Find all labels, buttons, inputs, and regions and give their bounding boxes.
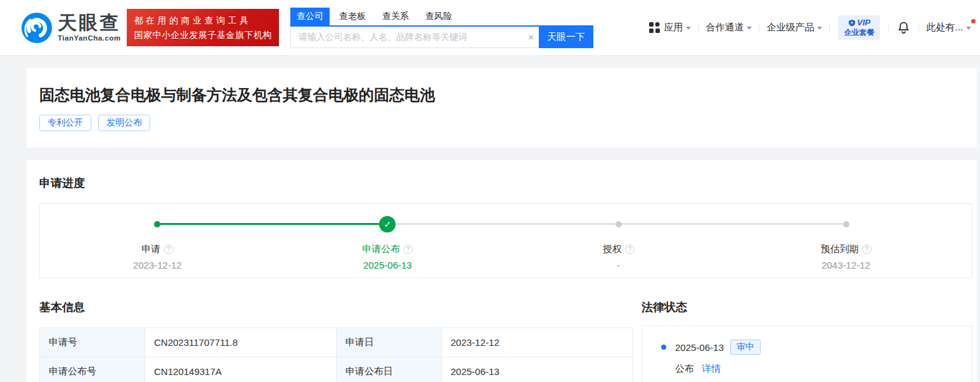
timeline-track-completed	[157, 223, 387, 225]
banner-line2: 国家中小企业发展子基金旗下机构	[134, 28, 272, 42]
divider	[888, 23, 889, 32]
bullet-dot-icon	[661, 345, 666, 350]
step-label: 预估到期	[821, 243, 859, 255]
tab-boss[interactable]: 查老板	[333, 8, 371, 25]
vip-sub-label: 企业套餐	[844, 28, 874, 37]
cell-label: 申请日	[337, 328, 442, 357]
chevron-down-icon	[686, 27, 691, 30]
cell-value: CN120149317A	[145, 357, 337, 382]
timeline-step-grant: 授权 ? -	[603, 243, 635, 271]
step-date: 2023-12-12	[133, 260, 182, 271]
nav-enterprise-products[interactable]: 企业级产品	[766, 22, 822, 34]
table-row: 申请公布号 CN120149317A 申请公布日 2025-06-13	[40, 357, 633, 382]
cell-label: 申请号	[40, 328, 145, 357]
notification-bell-icon[interactable]	[897, 21, 910, 34]
nav-more-label: 此处有...	[926, 22, 963, 34]
step-date: -	[603, 260, 635, 271]
divider	[919, 23, 919, 32]
search-button[interactable]: 天眼一下	[539, 27, 593, 48]
tianyancha-logo[interactable]: 天眼查 TianYanCha.com	[22, 13, 120, 43]
legal-date: 2025-06-13	[675, 342, 724, 353]
timeline-step-publication: 申请公布 ? 2025-06-13	[362, 243, 413, 271]
tag-patent-publication[interactable]: 专利公开	[39, 115, 91, 131]
tab-relation[interactable]: 查关系	[377, 8, 415, 25]
cell-value: CN202311707711.8	[145, 328, 337, 357]
header-nav: 应用 合作通道 企业级产品 VIP 企业套餐	[649, 15, 971, 40]
patent-title-card: 固态电池复合电极与制备方法及包含其复合电极的固态电池 专利公开 发明公布	[27, 68, 977, 148]
banner-line1: 都在用的商业查询工具	[134, 13, 272, 27]
legal-status-section: 法律状态 2025-06-13 审中 公布 详情	[642, 300, 972, 382]
detail-link[interactable]: 详情	[702, 363, 721, 374]
step-label: 申请公布	[362, 243, 400, 255]
timeline-step-expiry: 预估到期 ? 2043-12-12	[821, 243, 872, 271]
chevron-down-icon	[747, 27, 752, 30]
notification-red-dot	[971, 19, 976, 23]
help-icon[interactable]: ?	[862, 245, 872, 254]
patent-tags: 专利公开 发明公布	[39, 115, 964, 131]
tag-invention-publication[interactable]: 发明公布	[98, 115, 150, 131]
tianyancha-eye-icon	[22, 13, 52, 43]
search-area: 查公司 查老板 查关系 查风险 × 天眼一下	[290, 8, 593, 48]
vip-label: VIP	[857, 18, 870, 28]
nav-cooperation[interactable]: 合作通道	[706, 22, 752, 34]
legal-status-title: 法律状态	[642, 300, 972, 315]
nav-cooperation-label: 合作通道	[706, 22, 744, 34]
tab-company[interactable]: 查公司	[290, 8, 330, 25]
clear-icon[interactable]: ×	[528, 32, 534, 42]
divider	[829, 23, 830, 32]
search-tabs: 查公司 查老板 查关系 查风险	[290, 8, 593, 27]
cell-value: 2025-06-13	[442, 357, 633, 382]
nav-more[interactable]: 此处有...	[926, 22, 971, 34]
divider	[698, 23, 699, 32]
status-badge: 审中	[730, 340, 761, 355]
page-title: 固态电池复合电极与制备方法及包含其复合电极的固态电池	[39, 85, 964, 105]
cell-label: 申请公布号	[40, 357, 145, 382]
nav-apps[interactable]: 应用	[649, 22, 691, 34]
legal-event: 公布	[675, 363, 694, 374]
cell-label: 申请公布日	[337, 357, 442, 382]
help-icon[interactable]: ?	[164, 245, 173, 254]
brand-domain: TianYanCha.com	[58, 35, 120, 42]
legal-status-box: 2025-06-13 审中 公布 详情	[642, 326, 972, 382]
timeline-check-icon: ✓	[379, 216, 396, 232]
vip-package-button[interactable]: VIP 企业套餐	[838, 15, 880, 40]
timeline-dot-apply	[154, 221, 160, 227]
table-row: 申请号 CN202311707711.8 申请日 2023-12-12	[40, 328, 633, 357]
brand-name: 天眼查	[58, 13, 120, 32]
apps-grid-icon	[649, 22, 660, 33]
patent-detail-card: 申请进度 ✓ 申请 ? 2023-12-12 申请公布 ? 2025-06-13…	[27, 160, 977, 382]
step-date: 2025-06-13	[362, 260, 413, 271]
basic-info-section: 基本信息 申请号 CN202311707711.8 申请日 2023-12-12…	[39, 300, 633, 382]
help-icon[interactable]: ?	[403, 245, 413, 254]
timeline-step-apply: 申请 ? 2023-12-12	[133, 243, 182, 271]
promo-banner: 都在用的商业查询工具 国家中小企业发展子基金旗下机构	[127, 9, 279, 46]
step-label: 申请	[141, 243, 160, 255]
step-date: 2043-12-12	[821, 260, 872, 271]
nav-apps-label: 应用	[664, 22, 683, 34]
list-item: 2025-06-13 审中 公布 详情	[661, 340, 959, 375]
nav-enterprise-label: 企业级产品	[766, 22, 814, 34]
tab-risk[interactable]: 查风险	[420, 8, 458, 25]
divider	[759, 23, 759, 32]
help-icon[interactable]: ?	[625, 245, 635, 254]
basic-info-title: 基本信息	[39, 300, 633, 315]
application-progress-timeline: ✓ 申请 ? 2023-12-12 申请公布 ? 2025-06-13 授权 ?…	[39, 203, 972, 278]
timeline-dot-expiry	[843, 221, 849, 227]
vip-shield-icon	[848, 19, 856, 27]
cell-value: 2023-12-12	[442, 328, 633, 357]
step-label: 授权	[603, 243, 622, 255]
search-input[interactable]	[290, 27, 539, 48]
basic-info-table: 申请号 CN202311707711.8 申请日 2023-12-12 申请公布…	[39, 328, 633, 382]
timeline-dot-grant	[616, 221, 622, 227]
header: 天眼查 TianYanCha.com 都在用的商业查询工具 国家中小企业发展子基…	[0, 0, 980, 56]
progress-section-title: 申请进度	[39, 175, 972, 191]
chevron-down-icon	[966, 27, 971, 30]
chevron-down-icon	[817, 27, 822, 30]
